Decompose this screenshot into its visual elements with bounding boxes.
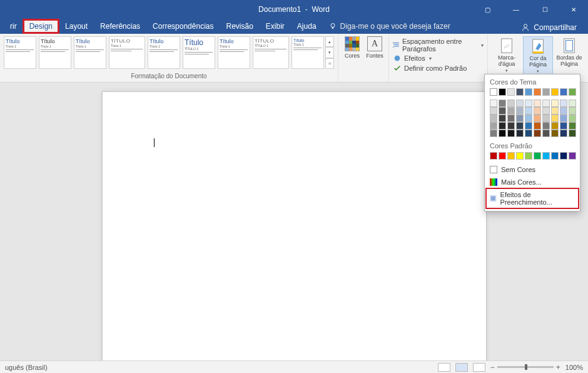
color-swatch[interactable] (569, 88, 576, 96)
close-button[interactable]: ✕ (559, 0, 588, 19)
color-swatch[interactable] (560, 115, 567, 122)
zoom-out-button[interactable]: − (490, 363, 495, 372)
style-thumb[interactable]: TítuloTítulo 1▬▬▬▬▬▬▬▬▬▬▬▬▬▬▬▬▬▬▬▬▬▬▬▬▬▬… (4, 36, 36, 69)
color-swatch[interactable] (534, 122, 541, 130)
page-color-button[interactable]: Cor da Página▾ (523, 36, 553, 76)
zoom-level[interactable]: 100% (565, 364, 583, 371)
tab-mailings[interactable]: Correspondências (146, 19, 220, 33)
color-swatch[interactable] (499, 115, 506, 122)
view-web-layout-button[interactable] (473, 363, 485, 372)
gallery-down-button[interactable]: ▾ (325, 47, 334, 58)
style-thumb[interactable]: TítuloTítulo 1▬▬▬▬▬▬▬▬▬▬▬▬▬▬▬▬▬▬▬▬▬▬▬▬▬▬… (39, 36, 71, 69)
color-swatch[interactable] (560, 100, 567, 107)
color-swatch[interactable] (542, 88, 550, 96)
color-swatch[interactable] (525, 88, 532, 96)
tell-me-search[interactable]: Diga-me o que você deseja fazer (329, 22, 450, 31)
style-thumb[interactable]: TítuloTítulo 1▬▬▬▬▬▬▬▬▬▬▬▬▬▬▬▬▬▬▬▬▬▬▬▬▬▬… (74, 36, 106, 69)
style-thumb[interactable]: TítuloTítulo 1▬▬▬▬▬▬▬▬▬▬▬▬▬▬▬▬▬▬▬▬▬▬▬▬▬▬… (148, 36, 180, 69)
minimize-button[interactable]: — (502, 0, 530, 19)
share-button[interactable]: Compartilhar (521, 23, 577, 32)
color-swatch[interactable] (507, 130, 515, 137)
color-swatch[interactable] (490, 122, 497, 130)
color-swatch[interactable] (560, 130, 567, 137)
view-read-mode-button[interactable] (438, 363, 450, 372)
zoom-thumb[interactable] (525, 364, 527, 370)
color-swatch[interactable] (560, 152, 567, 160)
color-swatch[interactable] (490, 100, 497, 107)
tab-review[interactable]: Revisão (220, 19, 259, 33)
color-swatch[interactable] (569, 100, 576, 107)
color-swatch[interactable] (499, 122, 506, 130)
color-swatch[interactable] (534, 130, 541, 137)
color-swatch[interactable] (516, 130, 524, 137)
color-swatch[interactable] (569, 107, 576, 115)
color-swatch[interactable] (551, 115, 559, 122)
tab-references[interactable]: Referências (94, 19, 146, 33)
watermark-button[interactable]: ABC Marca-d'água▾ (492, 36, 522, 76)
theme-colors-button[interactable]: Cores (342, 36, 362, 59)
set-default-button[interactable]: Definir como Padrão (393, 64, 484, 73)
ribbon-display-options-button[interactable]: ▢ (473, 0, 502, 19)
color-swatch[interactable] (569, 115, 576, 122)
color-swatch[interactable] (490, 130, 497, 137)
page-borders-button[interactable]: Bordas de Página (554, 36, 584, 76)
status-language[interactable]: uguês (Brasil) (5, 364, 48, 371)
color-swatch[interactable] (551, 130, 559, 137)
color-swatch[interactable] (551, 152, 559, 160)
tab-layout[interactable]: Layout (59, 19, 94, 33)
tab-view[interactable]: Exibir (260, 19, 291, 33)
color-swatch[interactable] (516, 88, 524, 96)
color-swatch[interactable] (542, 115, 550, 122)
color-swatch[interactable] (507, 115, 515, 122)
page[interactable] (102, 91, 487, 360)
color-swatch[interactable] (507, 152, 515, 160)
color-swatch[interactable] (525, 107, 532, 115)
color-swatch[interactable] (490, 88, 497, 96)
color-swatch[interactable] (525, 152, 532, 160)
view-print-layout-button[interactable] (455, 363, 468, 372)
style-thumb[interactable]: TÍTULOTítulo 1▬▬▬▬▬▬▬▬▬▬▬▬▬▬▬▬▬▬▬▬▬▬▬▬▬▬… (109, 36, 145, 69)
color-swatch[interactable] (534, 152, 541, 160)
color-swatch[interactable] (551, 100, 559, 107)
color-swatch[interactable] (569, 152, 576, 160)
color-swatch[interactable] (516, 152, 524, 160)
zoom-slider[interactable]: − + (490, 363, 560, 372)
tab-design[interactable]: Design (23, 19, 59, 33)
maximize-button[interactable]: ☐ (530, 0, 559, 19)
style-thumb[interactable]: TítuloTítulo 1▬▬▬▬▬▬▬▬▬▬▬▬▬▬▬▬▬▬▬▬▬▬▬▬▬▬… (291, 36, 324, 69)
color-swatch[interactable] (560, 88, 567, 96)
color-swatch[interactable] (542, 152, 550, 160)
style-gallery[interactable]: TítuloTítulo 1▬▬▬▬▬▬▬▬▬▬▬▬▬▬▬▬▬▬▬▬▬▬▬▬▬▬… (4, 36, 324, 69)
zoom-track[interactable] (497, 366, 554, 368)
color-swatch[interactable] (490, 107, 497, 115)
color-swatch[interactable] (542, 122, 550, 130)
color-swatch[interactable] (551, 107, 559, 115)
paragraph-spacing-button[interactable]: Espaçamento entre Parágrafos▾ (393, 38, 484, 53)
color-swatch[interactable] (507, 107, 515, 115)
zoom-in-button[interactable]: + (556, 363, 560, 372)
color-swatch[interactable] (499, 107, 506, 115)
color-swatch[interactable] (490, 152, 497, 160)
color-swatch[interactable] (569, 130, 576, 137)
color-swatch[interactable] (569, 122, 576, 130)
color-swatch[interactable] (525, 100, 532, 107)
color-swatch[interactable] (507, 100, 515, 107)
color-swatch[interactable] (534, 100, 541, 107)
color-swatch[interactable] (560, 107, 567, 115)
color-swatch[interactable] (542, 100, 550, 107)
tab-file-partial[interactable]: rir (4, 19, 23, 33)
color-swatch[interactable] (534, 107, 541, 115)
color-swatch[interactable] (551, 88, 559, 96)
style-thumb[interactable]: TítuloTÍTULO 1▬▬▬▬▬▬▬▬▬▬▬▬▬▬▬▬▬▬▬▬▬▬▬▬▬▬… (183, 36, 215, 69)
no-color-item[interactable]: Sem Cores (486, 163, 579, 176)
color-swatch[interactable] (525, 115, 532, 122)
color-swatch[interactable] (516, 115, 524, 122)
gallery-up-button[interactable]: ▴ (325, 36, 334, 47)
color-swatch[interactable] (490, 115, 497, 122)
color-swatch[interactable] (534, 115, 541, 122)
style-thumb[interactable]: TÍTULOTÍTULO 1▬▬▬▬▬▬▬▬▬▬▬▬▬▬▬▬▬▬▬▬▬▬▬▬▬▬… (253, 36, 289, 69)
gallery-more-button[interactable]: ≡ (325, 58, 334, 69)
fill-effects-item[interactable]: Efeitos de Preenchimento... (486, 188, 579, 208)
color-swatch[interactable] (499, 130, 506, 137)
color-swatch[interactable] (507, 88, 515, 96)
